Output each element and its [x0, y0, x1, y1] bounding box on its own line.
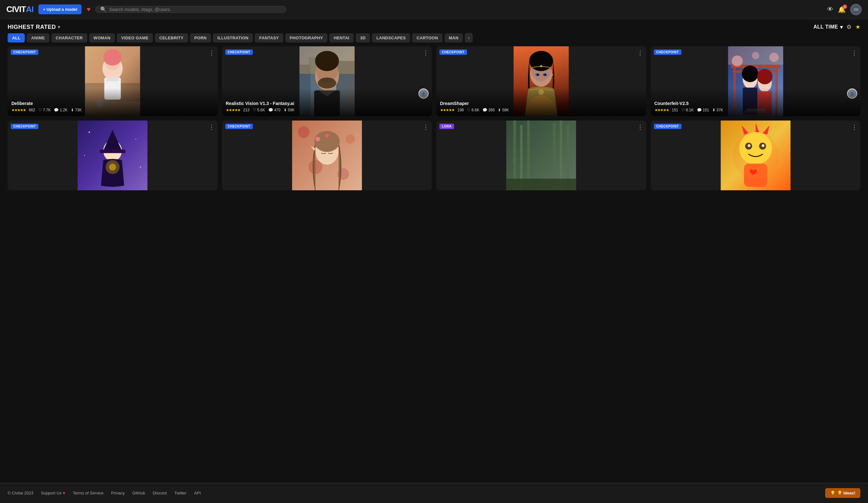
svg-point-32: [345, 135, 355, 144]
category-more-button[interactable]: ›: [465, 33, 473, 42]
notification-icon[interactable]: 🔔 1: [838, 6, 846, 13]
footer-github-link[interactable]: GitHub: [132, 491, 145, 495]
grid-col-1: CHECKPOINT ⋮ Deliberate ★★★★★ 662 ♡ 7.7K…: [8, 46, 218, 190]
downloads-deliberate: ⬇ 73K: [71, 108, 82, 112]
ideas-icon: 💡: [830, 491, 835, 495]
category-3d[interactable]: 3D: [355, 33, 370, 42]
category-man[interactable]: MAN: [444, 33, 463, 42]
card-title-dreamshaper: DreamShaper: [440, 101, 642, 106]
card-menu-cartoon[interactable]: ⋮: [851, 124, 857, 131]
card-cartoon[interactable]: CHECKPOINT ⋮: [651, 120, 861, 190]
footer-api-link[interactable]: API: [194, 491, 201, 495]
stars-deliberate: ★★★★★: [11, 108, 26, 112]
card-stats-realistic-vision: ★★★★★ 213 ♡ 5.6K 💬 470 ⬇ 59K: [226, 108, 428, 112]
category-illustration[interactable]: ILLUSTRATION: [213, 33, 253, 42]
svg-point-33: [308, 160, 322, 174]
card-badge-forest-lora: LORA: [440, 124, 454, 129]
svg-point-75: [742, 66, 758, 82]
svg-point-4: [103, 49, 122, 66]
main-content: CHECKPOINT ⋮ Deliberate ★★★★★ 662 ♡ 7.7K…: [0, 46, 868, 483]
card-badge-deliberate: CHECKPOINT: [11, 50, 38, 55]
card-menu-forest-lora[interactable]: ⋮: [637, 124, 643, 131]
category-character[interactable]: CHARACTER: [51, 33, 87, 42]
card-menu-deliberate[interactable]: ⋮: [209, 50, 215, 56]
svg-rect-6: [106, 77, 119, 81]
card-dreamshaper[interactable]: CHECKPOINT ⋮ DreamShaper ★★★★★ 198 ♡ 6.6…: [436, 46, 646, 116]
card-forest-lora[interactable]: LORA ⋮: [436, 120, 646, 190]
category-fantasy[interactable]: FANTASY: [255, 33, 283, 42]
card-info-counterfeit: Counterfeit-V2.5 ★★★★★ 151 ♡ 8.1K 💬 151 …: [651, 88, 861, 116]
upload-button[interactable]: + Upload a model: [38, 4, 82, 14]
header-right: 👁 🔔 1 JW: [827, 4, 862, 15]
category-woman[interactable]: WOMAN: [89, 33, 115, 42]
upload-label: + Upload a model: [43, 7, 77, 12]
avatar[interactable]: JW: [850, 4, 862, 15]
search-input[interactable]: [109, 7, 281, 12]
card-info-deliberate: Deliberate ★★★★★ 662 ♡ 7.7K 💬 1.2K ⬇ 73K: [8, 88, 218, 116]
card-badge-cartoon: CHECKPOINT: [654, 124, 681, 129]
category-cartoon[interactable]: CARTOON: [412, 33, 443, 42]
svg-point-31: [298, 126, 310, 138]
category-video-game[interactable]: VIDEO GAME: [117, 33, 153, 42]
ideas-button[interactable]: 💡 💡 Ideas!: [825, 488, 860, 498]
time-label: ALL TIME: [814, 24, 838, 30]
sort-button[interactable]: HIGHEST RATED ▾: [8, 24, 60, 30]
card-info-realistic-vision: Realistic Vision V1.3 - Fantasy.ai ★★★★★…: [222, 88, 432, 116]
card-counterfeit[interactable]: 18+ CHECKPOINT ⋮ 👤 Counterfeit-V2.5 ★★★★…: [651, 46, 861, 116]
footer-twitter-link[interactable]: Twitter: [175, 491, 187, 495]
category-porn[interactable]: PORN: [190, 33, 211, 42]
category-landscapes[interactable]: LANDSCAPES: [372, 33, 410, 42]
card-badge-realistic-vision: CHECKPOINT: [225, 50, 253, 55]
card-menu-witch[interactable]: ⋮: [209, 124, 215, 131]
footer-terms-link[interactable]: Terms of Service: [73, 491, 104, 495]
card-title-realistic-vision: Realistic Vision V1.3 - Fantasy.ai: [226, 101, 428, 106]
category-anime[interactable]: ANIME: [27, 33, 49, 42]
logo-civit: CIVIT: [6, 4, 26, 14]
footer-discord-link[interactable]: Discord: [153, 491, 167, 495]
grid-col-2: CHECKPOINT ⋮ 👤 Realistic Vision V1.3 - F…: [222, 46, 432, 190]
logo[interactable]: CIVITAI: [6, 4, 33, 14]
likes-counterfeit: ♡ 8.1K: [681, 108, 694, 112]
search-icon: 🔍: [100, 6, 106, 12]
likes-dreamshaper: ♡ 6.6K: [467, 108, 479, 112]
category-celebrity[interactable]: CELEBRITY: [155, 33, 188, 42]
downloads-counterfeit: ⬇ 37K: [712, 108, 723, 112]
card-info-dreamshaper: DreamShaper ★★★★★ 198 ♡ 6.6K 💬 395 ⬇ 58K: [436, 88, 646, 116]
svg-point-39: [325, 134, 329, 138]
footer-support-link[interactable]: Support Us ♥: [41, 491, 65, 495]
svg-point-18: [84, 155, 85, 156]
card-realistic-vision[interactable]: CHECKPOINT ⋮ 👤 Realistic Vision V1.3 - F…: [222, 46, 432, 116]
card-badge-counterfeit: CHECKPOINT: [654, 50, 681, 55]
card-menu-elf[interactable]: ⋮: [423, 124, 428, 131]
card-menu-dreamshaper[interactable]: ⋮: [637, 50, 643, 56]
svg-point-16: [89, 131, 90, 133]
card-witch[interactable]: CHECKPOINT ⋮: [8, 120, 218, 190]
eye-icon[interactable]: 👁: [827, 6, 834, 13]
category-all[interactable]: ALL: [8, 33, 25, 42]
svg-point-44: [529, 51, 553, 71]
model-grid: CHECKPOINT ⋮ Deliberate ★★★★★ 662 ♡ 7.7K…: [8, 46, 860, 190]
card-title-deliberate: Deliberate: [11, 101, 214, 106]
category-hentai[interactable]: HENTAI: [329, 33, 354, 42]
category-photography[interactable]: PHOTOGRAPHY: [285, 33, 328, 42]
svg-point-15: [109, 164, 116, 171]
ideas-label: 💡 Ideas!: [837, 491, 855, 495]
svg-rect-65: [506, 179, 576, 190]
sort-chevron-icon: ▾: [58, 24, 60, 30]
comments-realistic-vision: 💬 470: [268, 108, 280, 112]
card-stats-dreamshaper: ★★★★★ 198 ♡ 6.6K 💬 395 ⬇ 58K: [440, 108, 642, 112]
grid-col-4: 18+ CHECKPOINT ⋮ 👤 Counterfeit-V2.5 ★★★★…: [651, 46, 861, 190]
footer-heart-icon: ♥: [63, 491, 65, 495]
svg-point-38: [316, 137, 320, 142]
card-deliberate[interactable]: CHECKPOINT ⋮ Deliberate ★★★★★ 662 ♡ 7.7K…: [8, 46, 218, 116]
card-menu-realistic-vision[interactable]: ⋮: [423, 50, 428, 56]
svg-point-94: [732, 132, 779, 179]
header: CIVITAI + Upload a model ♥ 🔍 👁 🔔 1 JW: [0, 0, 868, 19]
filter-icon[interactable]: ⚙: [846, 23, 851, 30]
card-elf[interactable]: CHECKPOINT ⋮: [222, 120, 432, 190]
card-menu-counterfeit[interactable]: ⋮: [851, 50, 857, 56]
footer-privacy-link[interactable]: Privacy: [111, 491, 125, 495]
heart-icon[interactable]: ♥: [86, 6, 90, 13]
star-notification-icon[interactable]: ★: [855, 23, 860, 30]
time-filter-button[interactable]: ALL TIME ▾: [814, 24, 843, 30]
